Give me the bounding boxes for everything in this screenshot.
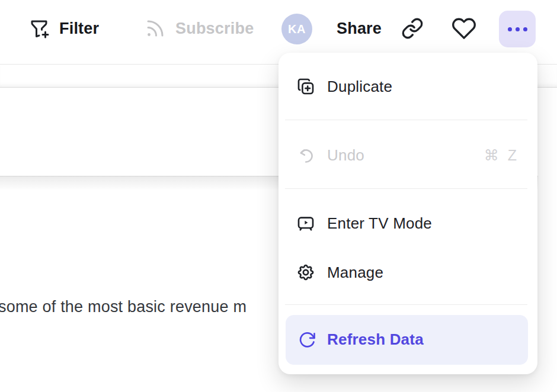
tv-mode-icon — [295, 214, 316, 233]
refresh-icon — [296, 330, 318, 349]
avatar-initials: KA — [288, 23, 306, 36]
menu-item-duplicate[interactable]: Duplicate — [278, 70, 537, 103]
menu-divider — [285, 188, 527, 189]
subscribe-button[interactable]: Subscribe — [145, 0, 254, 57]
rss-icon — [145, 18, 166, 39]
undo-shortcut: ⌘ Z — [484, 147, 519, 164]
app-screen: some of the most basic revenue m Filter … — [0, 0, 557, 392]
link-icon — [401, 17, 424, 40]
menu-item-enter-tv-mode[interactable]: Enter TV Mode — [278, 207, 537, 240]
subscribe-label: Subscribe — [175, 20, 254, 38]
heart-icon — [452, 16, 476, 41]
duplicate-icon — [295, 77, 316, 96]
menu-item-manage[interactable]: Manage — [278, 256, 537, 289]
menu-item-label: Undo — [327, 146, 364, 165]
menu-item-refresh-data[interactable]: Refresh Data — [286, 315, 528, 365]
filter-button[interactable]: Filter — [28, 0, 99, 57]
menu-item-label: Duplicate — [327, 78, 392, 96]
avatar[interactable]: KA — [281, 14, 312, 44]
share-button[interactable]: Share — [337, 0, 382, 57]
ellipsis-icon — [508, 27, 527, 31]
menu-item-undo: Undo ⌘ Z — [278, 139, 537, 172]
filter-label: Filter — [59, 20, 99, 38]
menu-item-label: Refresh Data — [327, 330, 424, 349]
menu-divider — [285, 304, 527, 305]
page-body-text: some of the most basic revenue m — [0, 298, 247, 316]
filter-plus-icon — [28, 18, 50, 39]
more-options-button[interactable] — [499, 11, 536, 47]
menu-divider — [285, 120, 527, 120]
undo-icon — [295, 146, 316, 165]
favorite-button[interactable] — [452, 0, 476, 57]
menu-item-label: Manage — [327, 264, 383, 282]
options-dropdown-menu: Duplicate Undo ⌘ Z — [278, 53, 537, 374]
share-label: Share — [337, 20, 382, 38]
gear-icon — [295, 263, 316, 282]
copy-link-button[interactable] — [401, 0, 424, 57]
menu-item-label: Enter TV Mode — [327, 214, 432, 233]
